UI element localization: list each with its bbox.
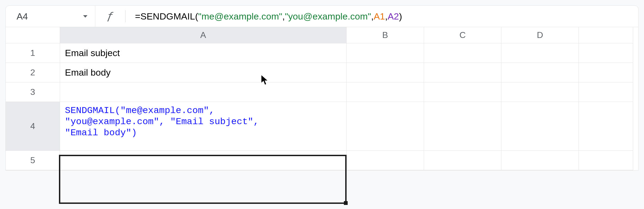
row-3: 3 (6, 82, 638, 102)
cell-B2[interactable] (347, 63, 424, 82)
cell-text: Email subject (65, 48, 120, 58)
col-header-B[interactable]: B (347, 27, 424, 43)
row-header-4[interactable]: 4 (6, 102, 60, 151)
divider (125, 10, 125, 22)
cell-A3[interactable] (60, 82, 347, 102)
row-header-5[interactable]: 5 (6, 151, 60, 170)
row-header-1[interactable]: 1 (6, 43, 60, 63)
formula-sep1: , (282, 11, 285, 21)
row-label: 2 (30, 67, 35, 78)
cell-E1[interactable] (579, 43, 633, 63)
row-1: 1 Email subject (6, 43, 638, 63)
row-label: 3 (30, 87, 35, 97)
corner-select-all[interactable] (6, 27, 60, 43)
cell-B3[interactable] (347, 82, 424, 102)
formula-region: ƒ =SENDGMAIL("me@example.com","you@examp… (95, 10, 411, 22)
col-label: C (459, 30, 466, 40)
cell-A2[interactable]: Email body (60, 63, 347, 82)
cell-C1[interactable] (424, 43, 501, 63)
formula-eq: = (135, 11, 140, 21)
spreadsheet-grid: A B C D 1 Email subject 2 Email body 3 (5, 27, 639, 171)
row-label: 1 (30, 48, 35, 58)
cell-D5[interactable] (501, 151, 579, 170)
col-header-C[interactable]: C (424, 27, 501, 43)
col-header-D[interactable]: D (501, 27, 579, 43)
chevron-down-icon[interactable] (83, 15, 87, 18)
formula-sep2: , (371, 11, 374, 21)
formula-arg3: A1 (374, 11, 385, 21)
cell-D2[interactable] (501, 63, 579, 82)
col-label: A (200, 30, 206, 40)
cell-D3[interactable] (501, 82, 579, 102)
cell-C4[interactable] (424, 102, 501, 151)
fx-icon: ƒ (105, 10, 116, 22)
cell-C3[interactable] (424, 82, 501, 102)
cell-text: Email body (65, 67, 111, 78)
cell-E2[interactable] (579, 63, 633, 82)
name-box[interactable]: A4 (6, 6, 95, 27)
cell-C2[interactable] (424, 63, 501, 82)
cell-D4[interactable] (501, 102, 579, 151)
formula-bar: A4 ƒ =SENDGMAIL("me@example.com","you@ex… (5, 5, 639, 27)
name-box-value: A4 (17, 11, 80, 22)
formula-arg1: "me@example.com" (198, 11, 282, 21)
cell-B4[interactable] (347, 102, 424, 151)
cell-A5[interactable] (60, 151, 347, 170)
formula-sep3: , (385, 11, 388, 21)
row-label: 4 (30, 121, 35, 131)
cell-D1[interactable] (501, 43, 579, 63)
cell-A4[interactable]: SENDGMAIL("me@example.com", "you@example… (60, 102, 347, 151)
row-header-3[interactable]: 3 (6, 82, 60, 102)
row-2: 2 Email body (6, 63, 638, 82)
col-header-A[interactable]: A (60, 27, 347, 43)
selection-fill-handle[interactable] (344, 201, 348, 205)
cell-B1[interactable] (347, 43, 424, 63)
cell-C5[interactable] (424, 151, 501, 170)
cell-text: SENDGMAIL("me@example.com", "you@example… (65, 105, 259, 138)
formula-fn: SENDGMAIL (140, 11, 195, 21)
cell-E3[interactable] (579, 82, 633, 102)
col-label: B (382, 30, 388, 40)
row-5: 5 (6, 151, 638, 170)
row-4: 4 SENDGMAIL("me@example.com", "you@examp… (6, 102, 638, 151)
cell-A1[interactable]: Email subject (60, 43, 347, 63)
formula-arg4: A2 (388, 11, 399, 21)
cell-E5[interactable] (579, 151, 633, 170)
cell-E4[interactable] (579, 102, 633, 151)
formula-open: ( (195, 11, 198, 21)
formula-close: ) (399, 11, 402, 21)
formula-arg2: "you@example.com" (285, 11, 371, 21)
col-header-extra[interactable] (579, 27, 633, 43)
formula-input[interactable]: =SENDGMAIL("me@example.com","you@example… (135, 11, 402, 22)
row-header-2[interactable]: 2 (6, 63, 60, 82)
column-header-row: A B C D (6, 27, 638, 43)
col-label: D (537, 30, 543, 40)
cell-B5[interactable] (347, 151, 424, 170)
row-label: 5 (30, 155, 35, 165)
